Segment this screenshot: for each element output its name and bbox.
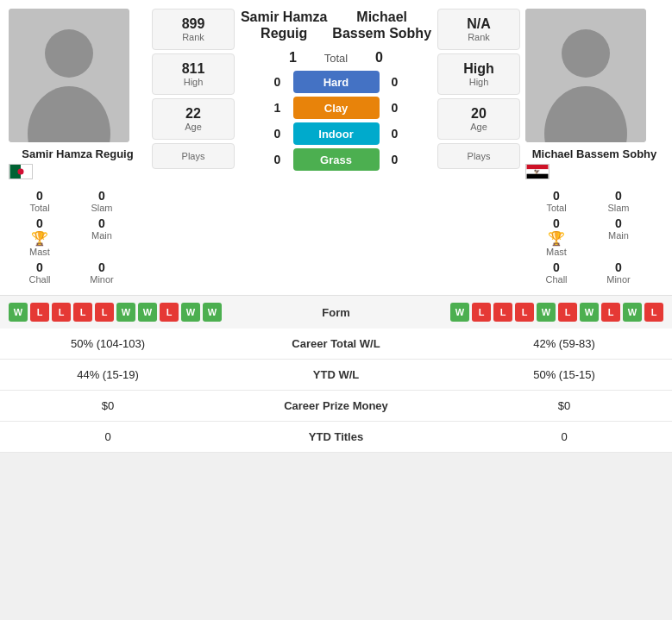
p1-main-box: 0 Main <box>71 215 133 259</box>
player2-flag: 🦅 <box>525 164 550 179</box>
form-badge-w: W <box>450 303 469 322</box>
form-badge-w: W <box>203 303 222 322</box>
form-badge-l: L <box>601 303 620 322</box>
p1-plays-block: Plays <box>152 143 235 169</box>
player-left: Samir Hamza Reguig ☪ 0 Total 0 Slam <box>9 9 147 286</box>
middle-right: N/A Rank High High 20 Age Plays <box>437 9 520 286</box>
form-badge-w: W <box>623 303 642 322</box>
p1-age-block: 22 Age <box>152 98 235 140</box>
indoor-badge: Indoor <box>293 122 380 145</box>
stats-row: $0 Career Prize Money $0 <box>0 391 672 422</box>
p1-total-val: 0 <box>36 189 43 203</box>
p2-form-badges: WLLLWLWLWL <box>450 303 663 322</box>
p2-mast-val: 0 <box>553 216 560 230</box>
p1-form-badges: WLLLLWWLWW <box>9 303 222 322</box>
form-badge-l: L <box>493 303 512 322</box>
p2-rank-block: N/A Rank <box>437 9 520 50</box>
p2-total-lbl: Total <box>546 203 566 213</box>
stats-right-val: $0 <box>456 391 672 422</box>
p2-age-lbl: Age <box>470 122 487 132</box>
form-badge-l: L <box>558 303 577 322</box>
svg-point-8 <box>562 29 610 78</box>
p1-rank-lbl: Rank <box>182 32 204 42</box>
stats-left-val: 0 <box>0 422 216 453</box>
stats-left-val: 44% (15-19) <box>0 360 216 391</box>
names-row: Samir Hamza Reguig Michael Bassem Sobhy <box>238 9 434 41</box>
p2-plays-lbl: Plays <box>468 151 491 161</box>
p2-high-block: High High <box>437 53 520 95</box>
form-badge-l: L <box>472 303 491 322</box>
p2-age-val: 20 <box>471 106 487 122</box>
stats-row: 0 YTD Titles 0 <box>0 422 672 453</box>
hard-label: Hard <box>323 76 349 89</box>
form-label: Form <box>322 306 350 319</box>
p2-minor-lbl: Minor <box>606 274 631 285</box>
p1-main-val: 0 <box>98 216 105 230</box>
p1-name-l2: Reguig <box>241 25 328 41</box>
total-label: Total <box>311 52 362 65</box>
p2-rank-val: N/A <box>467 16 491 32</box>
p1-main-lbl: Main <box>91 230 112 241</box>
hard-left: 0 <box>269 75 286 89</box>
form-badge-w: W <box>537 303 556 322</box>
p2-plays-block: Plays <box>437 143 520 169</box>
clay-row: 1 Clay 0 <box>238 97 434 119</box>
player-right: Michael Bassem Sobhy 🦅 0 Total 0 Slam <box>525 9 663 286</box>
p1-minor-val: 0 <box>98 260 105 274</box>
svg-point-1 <box>45 29 93 78</box>
hard-row: 0 Hard 0 <box>238 71 434 93</box>
stats-row: 50% (104-103) Career Total W/L 42% (59-8… <box>0 329 672 360</box>
p1-minor-box: 0 Minor <box>71 259 133 286</box>
form-badge-l: L <box>30 303 49 322</box>
stats-left-val: 50% (104-103) <box>0 329 216 360</box>
clay-left: 1 <box>269 101 286 115</box>
p1-high-block: 811 High <box>152 53 235 95</box>
form-badge-l: L <box>160 303 179 322</box>
p2-total-box: 0 Total <box>525 187 587 215</box>
trophy-icon-left: 🏆 <box>31 230 48 247</box>
main-container: Samir Hamza Reguig ☪ 0 Total 0 Slam <box>0 0 672 453</box>
form-badge-w: W <box>116 303 135 322</box>
player2-stats: 0 Total 0 Slam 0 🏆 Mast 0 Main 0 <box>525 187 663 286</box>
indoor-right: 0 <box>386 127 404 141</box>
clay-label: Clay <box>324 102 348 115</box>
form-badge-l: L <box>52 303 71 322</box>
p1-name-l1: Samir Hamza <box>241 9 328 25</box>
grass-right: 0 <box>386 153 404 166</box>
form-badge-l: L <box>515 303 534 322</box>
p2-chall-val: 0 <box>553 260 560 274</box>
stats-left-val: $0 <box>0 391 216 422</box>
p1-high-val: 811 <box>182 61 205 77</box>
grass-left: 0 <box>269 153 286 166</box>
p1-rank-block: 899 Rank <box>152 9 235 50</box>
clay-badge: Clay <box>293 97 380 119</box>
p2-name-l1: Michael <box>332 9 431 25</box>
p2-age-block: 20 Age <box>437 98 520 140</box>
p1-chall-lbl: Chall <box>28 274 50 285</box>
middle-center: Samir Hamza Reguig Michael Bassem Sobhy … <box>238 9 434 286</box>
player1-photo <box>9 9 129 142</box>
form-badge-w: W <box>181 303 200 322</box>
p1-chall-box: 0 Chall <box>9 259 71 286</box>
p1-plays-lbl: Plays <box>182 151 205 161</box>
indoor-label: Indoor <box>318 128 353 141</box>
total-row: 1 Total 0 <box>238 50 434 66</box>
svg-text:🦅: 🦅 <box>535 169 541 175</box>
form-row: WLLLLWWLWW Form WLLLWLWLWL <box>9 303 663 322</box>
p2-mast-box: 0 🏆 Mast <box>525 215 587 259</box>
p2-slam-lbl: Slam <box>607 203 629 213</box>
total-left: 1 <box>285 50 302 66</box>
stats-right-val: 42% (59-83) <box>456 329 672 360</box>
clay-right: 0 <box>386 101 404 115</box>
stats-right-val: 0 <box>456 422 672 453</box>
stats-center-label: Career Prize Money <box>216 391 456 422</box>
p1-rank-val: 899 <box>182 16 205 32</box>
p1-slam-box: 0 Slam <box>71 187 133 215</box>
p2-total-val: 0 <box>553 189 560 203</box>
p2-main-lbl: Main <box>608 230 629 241</box>
form-badge-w: W <box>580 303 599 322</box>
p1-age-val: 22 <box>185 106 201 122</box>
p2-high-lbl: High <box>469 77 489 87</box>
p1-mast-lbl: Mast <box>29 247 50 257</box>
form-badge-l: L <box>95 303 114 322</box>
